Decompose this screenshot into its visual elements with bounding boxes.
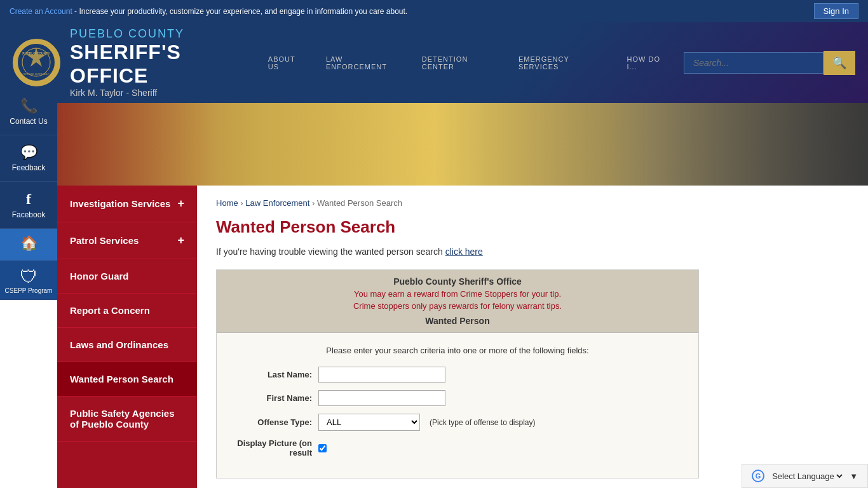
phone-icon: 📞 — [20, 98, 37, 114]
breadcrumb: Home › Law Enforcement › Wanted Person S… — [216, 198, 849, 208]
language-select[interactable]: Select Language — [770, 471, 844, 482]
reward-text-1: You may earn a reward from Crime Stopper… — [223, 289, 692, 299]
search-button[interactable]: 🔍 — [824, 51, 855, 75]
csepp-icon: 🛡 — [20, 266, 37, 287]
sidebar-item-feedback[interactable]: 💬 Feedback — [0, 135, 57, 182]
nav-item-patrol-services[interactable]: Patrol Services + — [57, 222, 197, 259]
reward-text-2: Crime stoppers only pays rewards for fel… — [223, 301, 692, 311]
create-account-link[interactable]: Create an Account — [10, 7, 72, 16]
nav-item-laws-ordinances[interactable]: Laws and Ordinances — [57, 328, 197, 362]
display-picture-row: Display Picture (on result — [236, 438, 679, 458]
nav-item-report-concern[interactable]: Report a Concern — [57, 294, 197, 328]
search-frame-header: Pueblo County Sheriff's Office You may e… — [217, 270, 698, 333]
expand-icon: + — [177, 234, 184, 247]
site-top-line: PUEBLO COUNTY — [70, 27, 259, 41]
breadcrumb-law-enforcement[interactable]: Law Enforcement — [245, 198, 309, 208]
main-nav: ABOUT US LAW ENFORCEMENT DETENTION CENTE… — [268, 55, 671, 71]
chevron-down-icon: ▼ — [850, 471, 858, 481]
sidebar-contact-label: Contact Us — [10, 117, 47, 126]
expand-icon: + — [177, 197, 184, 210]
header-search: 🔍 — [684, 51, 855, 75]
nav-item-wanted-person-search[interactable]: Wanted Person Search — [57, 362, 197, 396]
offense-type-select[interactable]: ALL — [318, 414, 420, 431]
sidebar-facebook-label: Facebook — [12, 210, 46, 219]
last-name-label: Last Name: — [236, 370, 312, 379]
first-name-input[interactable] — [318, 390, 445, 406]
last-name-input[interactable] — [318, 367, 445, 383]
offense-type-row: Offense Type: ALL (Pick type of offense … — [236, 414, 679, 431]
site-sub-line: Kirk M. Taylor - Sheriff — [70, 88, 259, 98]
nav-detention-center[interactable]: DETENTION CENTER — [422, 55, 499, 71]
breadcrumb-current: Wanted Person Search — [317, 198, 402, 208]
sidebar-item-contact-us[interactable]: 📞 Contact Us — [0, 89, 57, 135]
display-picture-label: Display Picture (on result — [236, 438, 312, 458]
first-name-label: First Name: — [236, 393, 312, 403]
nav-about-us[interactable]: ABOUT US — [268, 55, 307, 71]
sidebar-feedback-label: Feedback — [12, 163, 46, 172]
facebook-icon: f — [26, 191, 31, 208]
page-intro: If you're having trouble viewing the wan… — [216, 247, 849, 257]
left-nav: Investigation Services + Patrol Services… — [57, 186, 197, 488]
sidebar-csepp-label: CSEPP Program — [5, 287, 53, 294]
offense-type-label: Offense Type: — [236, 417, 312, 427]
nav-emergency-services[interactable]: EMERGENCY SERVICES — [519, 55, 608, 71]
home-alert-icon: 🏠 — [20, 235, 37, 252]
first-name-row: First Name: — [236, 390, 679, 406]
svg-text:SERVICE OVER SELF: SERVICE OVER SELF — [23, 72, 50, 76]
sidebar-item-facebook[interactable]: f Facebook — [0, 182, 57, 229]
page-title: Wanted Person Search — [216, 217, 849, 237]
nav-item-investigation-services[interactable]: Investigation Services + — [57, 186, 197, 222]
left-sidebar: 📞 Contact Us 💬 Feedback f Facebook 🏠 🛡 C… — [0, 89, 57, 300]
offense-type-note: (Pick type of offense to display) — [430, 418, 536, 427]
google-logo: G — [752, 470, 764, 482]
main-container: Investigation Services + Patrol Services… — [57, 186, 868, 488]
search-frame-body: Please enter your search criteria into o… — [217, 333, 698, 478]
top-banner: Create an Account - Increase your produc… — [0, 0, 868, 22]
search-input[interactable] — [684, 52, 824, 74]
sign-in-button[interactable]: Sign In — [814, 3, 858, 19]
site-header: PUEBLO COUNTY SERVICE OVER SELF PUEBLO C… — [0, 22, 868, 103]
site-main-line: SHERIFF'S OFFICE — [70, 41, 259, 88]
nav-item-public-safety[interactable]: Public Safety Agencies of Pueblo County — [57, 396, 197, 442]
wanted-search-frame: Pueblo County Sheriff's Office You may e… — [216, 269, 699, 478]
content-area: Home › Law Enforcement › Wanted Person S… — [197, 186, 868, 488]
sidebar-item-csepp[interactable]: 🛡 CSEPP Program — [0, 261, 57, 300]
site-logo: PUEBLO COUNTY SERVICE OVER SELF — [13, 39, 60, 86]
nav-how-do-i[interactable]: HOW DO I... — [627, 55, 671, 71]
search-instruction: Please enter your search criteria into o… — [236, 346, 679, 355]
sidebar-item-home-alert[interactable]: 🏠 — [0, 229, 57, 261]
logo-area: PUEBLO COUNTY SERVICE OVER SELF PUEBLO C… — [13, 27, 671, 98]
click-here-link[interactable]: click here — [445, 247, 483, 257]
bottom-bar: G Select Language ▼ — [742, 464, 868, 488]
display-picture-checkbox[interactable] — [318, 444, 327, 452]
office-name: Pueblo County Sheriff's Office — [223, 276, 692, 287]
last-name-row: Last Name: — [236, 367, 679, 383]
nav-item-honor-guard[interactable]: Honor Guard — [57, 259, 197, 294]
feedback-icon: 💬 — [20, 144, 37, 161]
site-title: PUEBLO COUNTY SHERIFF'S OFFICE Kirk M. T… — [70, 27, 259, 98]
breadcrumb-home[interactable]: Home — [216, 198, 238, 208]
banner-text: - Increase your productivity, customize … — [74, 7, 407, 16]
nav-law-enforcement[interactable]: LAW ENFORCEMENT — [326, 55, 403, 71]
wanted-title: Wanted Person — [223, 316, 692, 326]
hero-image — [0, 103, 868, 186]
